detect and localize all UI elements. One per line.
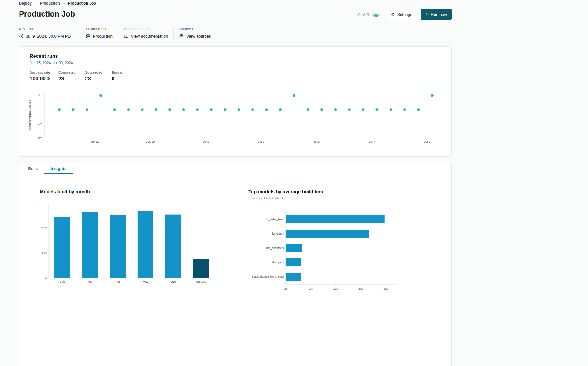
documentation-label: Documentation <box>124 27 168 31</box>
run-now-button[interactable]: ▷ Run now <box>421 9 452 20</box>
documentation-value-row: View documentation <box>124 34 168 39</box>
top-models-title: Top models by average build time <box>248 189 420 194</box>
environment-value-row: Production <box>86 34 113 39</box>
breadcrumb: Deploy › Production › Production Job <box>19 1 96 6</box>
svg-text:Current: Current <box>196 280 206 283</box>
svg-text:0m: 0m <box>284 287 288 290</box>
breadcrumb-deploy[interactable]: Deploy <box>19 1 32 6</box>
svg-text:40s: 40s <box>383 287 388 290</box>
environment-label: Environment <box>86 27 113 31</box>
top-models-chart-block: Top models by average build time Based o… <box>248 189 420 293</box>
svg-text:1m: 1m <box>38 122 42 125</box>
svg-text:dim_parts: dim_parts <box>272 261 284 264</box>
svg-text:1000: 1000 <box>40 226 47 229</box>
svg-text:fct_order_items: fct_order_items <box>266 218 284 221</box>
chevron-right-icon: › <box>35 1 36 6</box>
svg-text:Jun 29: Jun 29 <box>146 140 155 143</box>
stat-errored: Errored 0 <box>112 71 138 82</box>
sources-group: Sources View sources <box>173 27 216 39</box>
svg-text:10s: 10s <box>308 287 313 290</box>
chevron-right-icon: › <box>63 1 65 6</box>
gear-icon: ⚙ <box>391 12 395 17</box>
recent-runs-card: Recent runs Jun 25, 2024–Jul 09, 2024 Su… <box>19 46 452 157</box>
recent-runs-title: Recent runs <box>30 54 451 59</box>
svg-text:Jul 5: Jul 5 <box>313 140 320 143</box>
svg-text:Jun: Jun <box>171 280 176 283</box>
svg-text:2m: 2m <box>38 108 42 111</box>
stat-label: Completed <box>58 71 85 74</box>
sources-value-row: View sources <box>179 34 211 39</box>
stat-success-rate: Success rate 100.00% <box>30 71 58 82</box>
breadcrumb-current-page: Production Job <box>68 1 96 6</box>
recent-runs-date-range: Jun 25, 2024–Jul 09, 2024 <box>30 61 451 65</box>
models-built-chart-block: Models built by month 05001000FebMarAprM… <box>40 189 232 293</box>
svg-text:30s: 30s <box>358 287 363 290</box>
documentation-group: Documentation View documentation <box>118 27 173 39</box>
api-trigger-label: API trigger <box>363 12 382 17</box>
svg-text:dim_customers: dim_customers <box>266 246 284 250</box>
environment-link[interactable]: Production <box>93 34 113 39</box>
svg-text:500: 500 <box>42 251 47 254</box>
svg-text:20s: 20s <box>333 287 338 290</box>
svg-text:materialization_incremental: materialization_incremental <box>252 275 284 278</box>
code-icon: </> <box>357 13 361 16</box>
environment-icon <box>86 34 91 39</box>
api-trigger-link[interactable]: </> API trigger <box>357 12 382 17</box>
svg-text:Build Duration in Minutes: Build Duration in Minutes <box>28 100 31 131</box>
top-models-subtitle: Based on Last 2 Weeks <box>248 196 420 200</box>
stat-value: 0 <box>112 76 138 82</box>
build-duration-scatter-chart: 0m1m2m3mJun 27Jun 29Jul 1Jul 3Jul 5Jul 7… <box>19 90 441 146</box>
page-title: Production Job <box>19 9 75 18</box>
next-run-value: Jul 9, 2024, 5:00 PM PDT <box>26 34 73 39</box>
stat-value: 28 <box>58 76 85 82</box>
stat-label: Errored <box>112 71 138 74</box>
models-built-title: Models built by month <box>40 189 232 194</box>
header-actions: </> API trigger ⚙ Settings ▷ Run now <box>357 9 452 20</box>
run-now-button-label: Run now <box>431 12 447 17</box>
next-run-label: Next run <box>19 27 73 31</box>
svg-text:0: 0 <box>45 276 47 280</box>
top-models-hbar-chart: fct_order_itemsfct_ordersdim_customersdi… <box>248 200 413 292</box>
stat-label: Succeeded <box>85 71 112 74</box>
svg-text:0m: 0m <box>38 136 42 139</box>
tab-insights[interactable]: Insights <box>44 163 73 174</box>
models-built-bar-chart: 05001000FebMarAprMayJunCurrent <box>40 200 223 289</box>
tabs: Runs Insights <box>19 163 451 174</box>
job-detail-card: Runs Insights Models built by month 0500… <box>19 163 452 366</box>
documentation-icon <box>124 34 128 39</box>
stat-label: Success rate <box>30 71 58 74</box>
view-documentation-link[interactable]: View documentation <box>131 34 168 39</box>
database-icon <box>179 34 184 39</box>
svg-text:Apr: Apr <box>116 280 120 283</box>
svg-text:Jul 7: Jul 7 <box>369 140 375 143</box>
tab-runs[interactable]: Runs <box>22 163 44 174</box>
svg-text:Feb: Feb <box>60 280 65 283</box>
svg-text:fct_orders: fct_orders <box>272 232 284 235</box>
svg-text:Jul 1: Jul 1 <box>203 140 209 143</box>
svg-text:Jul 9: Jul 9 <box>424 140 430 143</box>
stat-value: 28 <box>85 76 112 82</box>
clock-icon <box>19 34 24 39</box>
svg-text:Jul 3: Jul 3 <box>258 140 264 143</box>
stat-succeeded: Succeeded 28 <box>85 71 112 82</box>
stat-completed: Completed 28 <box>58 71 85 82</box>
settings-button[interactable]: ⚙ Settings <box>386 9 416 20</box>
recent-runs-stats: Success rate 100.00% Completed 28 Succee… <box>30 71 138 82</box>
svg-text:Jun 27: Jun 27 <box>91 140 100 143</box>
view-sources-link[interactable]: View sources <box>186 34 211 39</box>
svg-text:May: May <box>143 280 148 283</box>
breadcrumb-production[interactable]: Production <box>40 1 60 6</box>
play-icon: ▷ <box>426 13 428 16</box>
next-run-group: Next run Jul 9, 2024, 5:00 PM PDT <box>19 27 80 39</box>
environment-group: Environment Production <box>80 27 118 39</box>
job-meta-row: Next run Jul 9, 2024, 5:00 PM PDT Enviro… <box>19 27 216 39</box>
settings-button-label: Settings <box>397 12 412 17</box>
sources-label: Sources <box>179 27 211 31</box>
production-job-page: Deploy › Production › Production Job Pro… <box>0 0 588 366</box>
stat-value: 100.00% <box>30 76 58 82</box>
svg-text:Mar: Mar <box>87 280 92 283</box>
svg-text:3m: 3m <box>38 94 42 97</box>
next-run-value-row: Jul 9, 2024, 5:00 PM PDT <box>19 34 73 39</box>
